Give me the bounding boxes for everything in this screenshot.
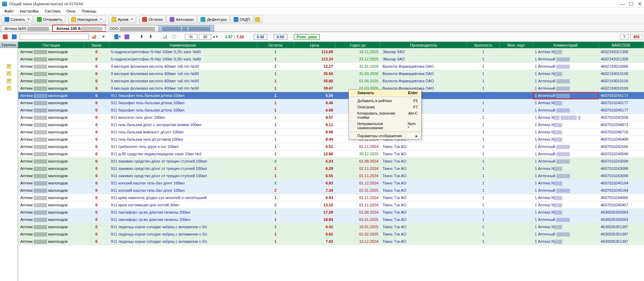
table-row[interactable]: Аптеки ▒▒▒▒▒ малоходов05-гидрокситриптоф… [18,56,644,63]
remains-button[interactable]: Остатки [139,16,166,23]
menu-windows[interactable]: Окна [64,8,78,14]
retail-price-button[interactable]: Розн. цена [294,34,320,40]
download-button[interactable]: Скачать▼ [1,16,33,23]
table-row[interactable]: Аптеки ▒▒▒▒▒ малоходов0911 лактафорс ср-… [18,216,644,223]
row-marker[interactable] [0,121,18,128]
table-row[interactable]: Аптеки ▒▒▒▒▒ малоходов0911 грибкосепт ге… [18,143,644,150]
row-marker[interactable] [0,172,18,179]
col-until[interactable]: Годен до [335,42,380,48]
table-row[interactable]: Аптеки ▒▒▒▒▒ малоходов0911 гель-бальзам … [18,129,644,136]
table-row[interactable]: Аптеки ▒▒▒▒▒ малоходов0911 бишофит гель-… [18,107,644,114]
row-marker[interactable] [0,150,18,157]
row-marker[interactable] [0,63,18,70]
table-row[interactable]: Аптеки ▒▒▒▒▒ малоходов0911 леденцы корни… [18,231,644,238]
row-marker[interactable] [0,84,18,92]
table-row[interactable]: Аптеки ▒▒▒▒▒ малоходов0911 крем ногтимиц… [18,201,644,209]
row-marker[interactable] [0,106,18,114]
table-row[interactable]: Аптеки ▒▒▒▒▒ малоходов0911 крем намозоль… [18,194,644,201]
row-marker[interactable] [0,143,18,150]
search-input[interactable] [19,34,89,40]
col-minpart[interactable]: Мин. парт [500,42,533,48]
menu-file[interactable]: Файл [1,8,16,14]
table-row[interactable]: Аптеки ▒▒▒▒▒ малоходов0911 венолгон гель… [18,114,644,121]
row-marker[interactable] [0,223,18,230]
gear-icon[interactable] [1,33,9,40]
col-supplier[interactable]: Постащик [18,42,84,48]
menu-help[interactable]: Помощь [79,8,99,14]
row-marker[interactable] [0,157,18,165]
table-row[interactable]: Аптеки ▒▒▒▒▒ малоходов0911 заживин средс… [18,172,644,180]
table-row[interactable]: Аптеки ▒▒▒▒▒ малоходов0911 д-95 средство… [18,150,644,158]
table-row[interactable]: Аптеки ▒▒▒▒▒ малоходов0911 конский кашта… [18,180,644,187]
row-marker[interactable] [0,55,18,63]
row-marker[interactable] [0,48,18,55]
menu-settings[interactable]: Настройки [17,8,41,14]
col-mult[interactable]: Кратность [467,42,500,48]
autoorder-button[interactable]: Автозаказ [166,16,197,23]
tab-ooo[interactable]: ООО ▒▒▒▒▒▒▒▒▒▒▒▒▒ [106,25,158,32]
ctx-rate[interactable]: Добавить в рейтингF5 [349,98,421,104]
cube-icon[interactable] [10,33,18,40]
table-row[interactable]: Аптеки ▒▒▒▒▒ малоходов0911 бишофит гель-… [18,99,644,107]
minimize-button[interactable]: — [620,1,625,7]
table-row[interactable]: Аптеки ▒▒▒▒▒ малоходов0911 заживин средс… [18,158,644,165]
table-row[interactable]: Аптеки ▒▒▒▒▒ малоходов0911 гель-бальзам … [18,136,644,143]
row-marker[interactable] [0,135,18,143]
row-marker[interactable] [0,216,18,223]
data-grid[interactable]: Постащик Заказ Наименование Остаток Цена… [18,42,644,245]
clock-icon[interactable]: 🕘 [170,33,178,40]
percent-value[interactable]: 30 [199,34,211,40]
row-marker[interactable] [0,70,18,77]
flower-icon[interactable]: ✳ [99,33,107,40]
row-marker[interactable] [0,77,18,84]
extra-tool-button[interactable] [254,16,262,23]
row-marker[interactable] [0,208,18,216]
col-rest[interactable]: Остаток [257,42,294,48]
row-marker[interactable] [0,128,18,135]
row-marker[interactable] [0,238,18,245]
row-marker[interactable] [0,201,18,208]
col-order[interactable]: Заказ [84,42,109,48]
col-barcode[interactable]: BARCODE [598,42,644,48]
col-name[interactable]: Наименование [109,42,257,48]
archive-button[interactable]: Архив▼ [108,16,137,23]
arrow-down-icon[interactable]: ⬇ [138,33,145,40]
defect-button[interactable]: Дефектура [197,16,229,23]
brush-icon[interactable] [123,33,131,40]
table-row[interactable]: Аптеки ▒▒▒▒▒ малоходов05-гидрокситриптоф… [18,48,644,56]
row-marker[interactable] [0,114,18,121]
send-button[interactable]: Отправить [34,16,65,23]
col-comment[interactable]: Комментарий [533,42,598,48]
table-row[interactable]: Аптеки ▒▒▒▒▒ малоходов0911 гель-бальзам … [18,121,644,129]
truck-icon[interactable]: 🚚 [90,33,98,40]
table-row[interactable]: Аптеки ▒▒▒▒▒ малоходов0911 лактафорс ср-… [18,209,644,216]
invoices-button[interactable]: Накладные▼ [68,16,106,23]
table-row[interactable]: Аптеки ▒▒▒▒▒ малоходов09 месяцев фолиева… [18,70,644,77]
table-row[interactable]: Аптеки ▒▒▒▒▒ малоходов09 месяцев фолиева… [18,63,644,70]
table-row[interactable]: Аптеки ▒▒▒▒▒ малоходов0911 леденцы корни… [18,223,644,231]
row-marker[interactable] [0,99,18,106]
row-marker[interactable] [0,187,18,194]
table-row[interactable]: Аптеки ▒▒▒▒▒ малоходов0911 конский кашта… [18,187,644,194]
tab-extra[interactable]: ▒▒▒▒▒▒▒ ▒▒ ▒▒▒▒▒▒▒▒ [158,25,214,32]
row-marker[interactable] [0,92,18,99]
help-indicator[interactable]: ? [620,34,629,40]
okdp-button[interactable]: ОКДП [230,16,253,23]
arrow-up-icon[interactable]: ⬆ [147,33,154,40]
maximize-button[interactable]: ☐ [629,1,634,7]
menu-system[interactable]: Система [42,8,63,14]
tab-apteka-100[interactable]: Аптека 100 А▒▒▒▒▒▒▒▒ [52,25,106,32]
table-row[interactable]: Аптеки ▒▒▒▒▒ малоходов09 месяцев фолиева… [18,77,644,85]
row-marker[interactable] [0,165,18,172]
col-maker[interactable]: Производитель [381,42,467,48]
ctx-display-params[interactable]: Параметры отображения [349,133,421,139]
row-marker[interactable] [0,194,18,201]
ctx-desc[interactable]: ОписаниеF7 [349,104,421,110]
filter-icon[interactable]: ▼ [114,33,122,40]
row-marker[interactable] [0,230,18,238]
chart-icon[interactable]: 📊 [161,33,169,40]
ctx-copy[interactable]: Копировать значение ячейкиAlt+C [349,110,421,121]
row-marker[interactable] [0,179,18,187]
ctx-wrong[interactable]: Неправильное наименованиеNum * [349,121,421,131]
table-row[interactable]: Аптеки ▒▒▒▒▒ малоходов0911 заживин средс… [18,165,644,172]
